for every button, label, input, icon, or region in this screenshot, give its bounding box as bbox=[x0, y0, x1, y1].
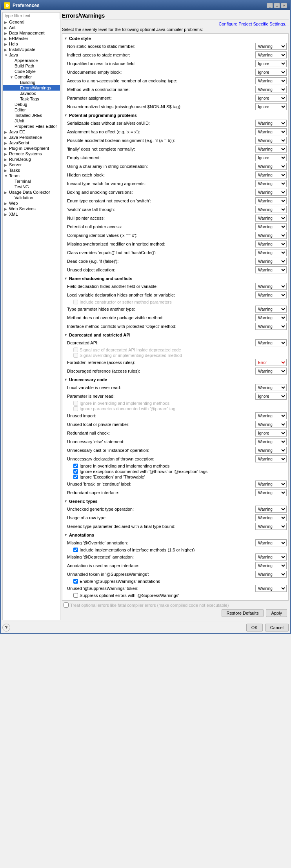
setting-select-enum_switch[interactable]: IgnoreWarningError bbox=[255, 197, 287, 204]
setting-select-unused_break_continue[interactable]: IgnoreWarningError bbox=[255, 480, 287, 488]
tree-item-properties_file_editor[interactable]: Properties Files Editor bbox=[3, 124, 60, 129]
setting-select-undoc_empty_block[interactable]: IgnoreWarningError bbox=[255, 69, 287, 76]
minimize-button[interactable]: _ bbox=[267, 3, 273, 8]
tree-item-web_services[interactable]: ▶Web Services bbox=[3, 206, 60, 211]
filter-input[interactable] bbox=[3, 12, 60, 19]
tree-item-building[interactable]: Building bbox=[3, 80, 60, 85]
setting-select-hidden_catch[interactable]: IgnoreWarningError bbox=[255, 171, 287, 178]
tree-item-web[interactable]: ▶Web bbox=[3, 200, 60, 206]
setting-select-dead_code[interactable]: IgnoreWarningError bbox=[255, 258, 287, 265]
tree-item-ermaster[interactable]: ▶ERMaster bbox=[3, 36, 60, 41]
checkbox-include_interface_impl[interactable] bbox=[73, 548, 78, 552]
setting-select-indirect_static[interactable]: IgnoreWarningError bbox=[255, 51, 287, 58]
setting-select-unused_object[interactable]: IgnoreWarningError bbox=[255, 266, 287, 273]
scroll-area[interactable]: ▼Code styleNon-static access to static m… bbox=[62, 33, 289, 601]
checkbox-ignore_override_impl_thrown[interactable] bbox=[73, 464, 78, 468]
setting-select-missing_sync[interactable]: IgnoreWarningError bbox=[255, 240, 287, 247]
setting-select-usage_raw_type[interactable]: IgnoreWarningError bbox=[255, 514, 287, 521]
tree-item-javadoc[interactable]: Javadoc bbox=[3, 91, 60, 96]
tree-item-compiler[interactable]: ▼Compiler bbox=[3, 74, 60, 80]
setting-select-unhandled_suppress_token[interactable]: IgnoreWarningError bbox=[255, 571, 287, 578]
setting-select-redundant_null_check[interactable]: IgnoreWarningError bbox=[255, 429, 287, 437]
setting-select-comparing_identical[interactable]: IgnoreWarningError bbox=[255, 232, 287, 239]
tree-item-errors_warnings[interactable]: Errors/Warnings bbox=[3, 85, 60, 91]
tree-item-validation[interactable]: Validation bbox=[3, 195, 60, 200]
setting-select-assignment_no_effect[interactable]: IgnoreWarningError bbox=[255, 128, 287, 135]
setting-select-non_static[interactable]: IgnoreWarningError bbox=[255, 43, 287, 50]
setting-select-unused_suppress_token[interactable]: IgnoreWarningError bbox=[255, 585, 287, 592]
tree-item-ant[interactable]: ▶Ant bbox=[3, 25, 60, 30]
setting-select-unnecessary_cast[interactable]: IgnoreWarningError bbox=[255, 447, 287, 454]
setting-select-local_var_never_read[interactable]: IgnoreWarningError bbox=[255, 384, 287, 391]
tree-item-build_path[interactable]: Build Path bbox=[3, 63, 60, 69]
config-link[interactable]: Configure Project Specific Settings... bbox=[62, 22, 289, 26]
setting-select-annotation_super_interface[interactable]: IgnoreWarningError bbox=[255, 562, 287, 569]
setting-select-inexact_vararg[interactable]: IgnoreWarningError bbox=[255, 180, 287, 187]
apply-button[interactable]: Apply bbox=[266, 609, 287, 617]
setting-select-forbidden_reference[interactable]: IgnoreWarningError bbox=[255, 359, 287, 366]
setting-select-unused_import[interactable]: IgnoreWarningError bbox=[255, 412, 287, 419]
tree-item-code_style_tree[interactable]: Code Style bbox=[3, 69, 60, 74]
checkbox-ignore_exceptions_throws_exception[interactable] bbox=[73, 469, 78, 474]
fatal-checkbox[interactable] bbox=[64, 602, 69, 608]
setting-select-type_param_hides[interactable]: IgnoreWarningError bbox=[255, 306, 287, 313]
setting-select-method_no_override_pkg[interactable]: IgnoreWarningError bbox=[255, 314, 287, 321]
tree-item-java[interactable]: ▼Java bbox=[3, 52, 60, 58]
close-button[interactable]: ✕ bbox=[281, 3, 287, 8]
tree-item-java_ee[interactable]: ▶Java EE bbox=[3, 129, 60, 135]
ok-button[interactable]: OK bbox=[246, 624, 263, 631]
setting-select-boxing_unboxing[interactable]: IgnoreWarningError bbox=[255, 189, 287, 196]
tree-item-usage_data_collector[interactable]: ▶Usage Data Collector bbox=[3, 189, 60, 195]
tree-item-help[interactable]: ▶Help bbox=[3, 41, 60, 47]
setting-select-local_var_hides[interactable]: IgnoreWarningError bbox=[255, 291, 287, 298]
setting-select-unqualified_field[interactable]: IgnoreWarningError bbox=[255, 60, 287, 67]
tree-item-terminal[interactable]: Terminal bbox=[3, 178, 60, 184]
setting-select-non_externalized[interactable]: IgnoreWarningError bbox=[255, 103, 287, 110]
setting-select-missing_override[interactable]: IgnoreWarningError bbox=[255, 539, 287, 546]
setting-select-param_never_read[interactable]: IgnoreWarningError bbox=[255, 393, 287, 400]
tree-item-junit[interactable]: JUnit bbox=[3, 118, 60, 124]
setting-select-potential_null[interactable]: IgnoreWarningError bbox=[255, 223, 287, 230]
tree-item-run_debug[interactable]: ▶Run/Debug bbox=[3, 156, 60, 162]
setting-select-empty_statement[interactable]: IgnoreWarningError bbox=[255, 154, 287, 161]
tree-item-javascript[interactable]: ▶JavaScript bbox=[3, 140, 60, 146]
setting-select-deprecated_api[interactable]: IgnoreWarningError bbox=[255, 339, 287, 346]
tree-item-testng[interactable]: TestNG bbox=[3, 184, 60, 189]
setting-select-missing_deprecated[interactable]: IgnoreWarningError bbox=[255, 553, 287, 560]
cancel-button[interactable]: Cancel bbox=[265, 624, 289, 631]
setting-select-param_assignment[interactable]: IgnoreWarningError bbox=[255, 95, 287, 102]
setting-select-redundant_super_interface[interactable]: IgnoreWarningError bbox=[255, 489, 287, 496]
setting-select-switch_fallthrough[interactable]: IgnoreWarningError bbox=[255, 206, 287, 213]
tree-item-editor[interactable]: Editor bbox=[3, 107, 60, 113]
tree-item-java_persistence[interactable]: ▶Java Persistence bbox=[3, 135, 60, 140]
tree-item-tasks[interactable]: ▶Tasks bbox=[3, 167, 60, 173]
setting-select-possible_boolean_assign[interactable]: IgnoreWarningError bbox=[255, 137, 287, 144]
setting-select-unnecessary_declared_thrown[interactable]: IgnoreWarningError bbox=[255, 455, 287, 462]
setting-select-finally_not_complete[interactable]: IgnoreWarningError bbox=[255, 146, 287, 153]
tree-item-xml[interactable]: ▶XML bbox=[3, 211, 60, 217]
tree-item-install_update[interactable]: ▶Install/Update bbox=[3, 47, 60, 52]
setting-select-generic_declared_final[interactable]: IgnoreWarningError bbox=[255, 523, 287, 530]
restore-defaults-button[interactable]: Restore Defaults bbox=[222, 609, 264, 617]
tree-item-debug[interactable]: Debug bbox=[3, 102, 60, 107]
tree-item-task_tags[interactable]: Task Tags bbox=[3, 96, 60, 102]
maximize-button[interactable]: □ bbox=[274, 3, 280, 8]
setting-select-interface_method_conflict[interactable]: IgnoreWarningError bbox=[255, 323, 287, 330]
help-icon[interactable]: ? bbox=[2, 624, 10, 631]
tree-item-server[interactable]: ▶Server bbox=[3, 162, 60, 167]
tree-item-general[interactable]: ▶General bbox=[3, 19, 60, 25]
setting-select-null_pointer[interactable]: IgnoreWarningError bbox=[255, 215, 287, 222]
checkbox-ignore_exception_throwable[interactable] bbox=[73, 475, 78, 479]
checkbox-suppress_optional_errors[interactable] bbox=[73, 593, 78, 598]
setting-select-constructor_name[interactable]: IgnoreWarningError bbox=[255, 86, 287, 93]
tree-item-team[interactable]: ▼Team bbox=[3, 173, 60, 178]
setting-select-discouraged_reference[interactable]: IgnoreWarningError bbox=[255, 368, 287, 375]
checkbox-enable_suppress_warnings[interactable] bbox=[73, 579, 78, 584]
setting-select-unnecessary_else[interactable]: IgnoreWarningError bbox=[255, 438, 287, 445]
setting-select-field_hides_field[interactable]: IgnoreWarningError bbox=[255, 283, 287, 290]
tree-item-remote_systems[interactable]: ▶Remote Systems bbox=[3, 151, 60, 156]
setting-select-char_array_concat[interactable]: IgnoreWarningError bbox=[255, 163, 287, 170]
tree-item-data_management[interactable]: ▶Data Management bbox=[3, 30, 60, 36]
setting-select-non_accessible_member[interactable]: IgnoreWarningError bbox=[255, 77, 287, 84]
setting-select-unchecked_generic[interactable]: IgnoreWarningError bbox=[255, 506, 287, 513]
